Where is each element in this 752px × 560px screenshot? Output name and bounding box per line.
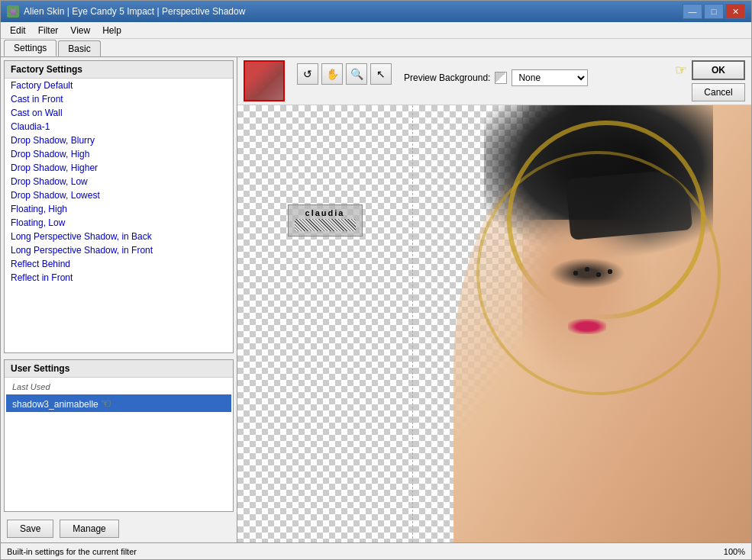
arrow-tool-button[interactable]: ↖ <box>370 63 392 85</box>
tab-bar: Settings Basic <box>1 39 751 57</box>
title-bar: 👾 Alien Skin | Eye Candy 5 Impact | Pers… <box>1 1 751 22</box>
list-item-floating-low[interactable]: Floating, Low <box>5 216 233 230</box>
status-bar: Built-in settings for the current filter… <box>1 542 751 559</box>
hat-layer <box>566 169 692 240</box>
factory-settings-panel: Factory Settings Factory Default Cast in… <box>4 60 234 353</box>
preview-bg-container: Preview Background: None White Black Cus… <box>398 69 588 86</box>
watermark-text: claudia <box>295 208 356 217</box>
manage-button[interactable]: Manage <box>60 520 118 538</box>
cancel-button[interactable]: Cancel <box>692 83 745 101</box>
ok-arrow-icon: ☞ <box>675 62 687 79</box>
main-window: 👾 Alien Skin | Eye Candy 5 Impact | Pers… <box>0 0 752 560</box>
panel-buttons: Save Manage <box>1 515 237 542</box>
watermark-pattern <box>295 219 356 231</box>
rotate-tool-button[interactable]: ↺ <box>297 63 318 85</box>
canvas-left: claudia <box>237 105 413 542</box>
arrow-cursor-icon: ☞ <box>101 396 111 410</box>
list-item-factory-default[interactable]: Factory Default <box>5 79 233 92</box>
menu-help[interactable]: Help <box>96 24 127 37</box>
thumbnail-image <box>245 62 283 100</box>
title-controls: — □ ✕ <box>683 4 745 19</box>
top-toolbar: ↺ ✋ 🔍 ↖ Preview Background: None White B… <box>237 57 751 105</box>
preview-bg-label: Preview Background: <box>404 72 490 83</box>
list-item-floating-high[interactable]: Floating, High <box>5 202 233 216</box>
user-settings-title: User Settings <box>5 360 233 378</box>
watermark-overlay: claudia <box>288 204 363 237</box>
maximize-button[interactable]: □ <box>704 4 724 19</box>
list-item-long-front[interactable]: Long Perspective Shadow, in Front <box>5 243 233 257</box>
list-item-reflect-front[interactable]: Reflect in Front <box>5 271 233 285</box>
canvas-right <box>413 105 751 542</box>
ok-cancel-area: OK ☞ Cancel <box>692 60 745 101</box>
right-panel: ↺ ✋ 🔍 ↖ Preview Background: None White B… <box>237 57 751 542</box>
window-title: Alien Skin | Eye Candy 5 Impact | Perspe… <box>24 6 245 17</box>
factory-settings-title: Factory Settings <box>5 61 233 79</box>
user-item-shadow3[interactable]: shadow3_animabelle ☞ <box>6 394 231 412</box>
factory-settings-list[interactable]: Factory Default Cast in Front Cast on Wa… <box>5 79 233 352</box>
face-layer <box>522 220 660 372</box>
list-item-drop-higher[interactable]: Drop Shadow, Higher <box>5 161 233 175</box>
app-icon: 👾 <box>7 5 19 18</box>
toolbar-tools: ↺ ✋ 🔍 ↖ <box>297 63 392 85</box>
list-item-drop-lowest[interactable]: Drop Shadow, Lowest <box>5 188 233 202</box>
thumbnail-preview <box>244 60 285 101</box>
last-used-label: Last Used <box>6 379 231 394</box>
list-item-reflect-behind[interactable]: Reflect Behind <box>5 257 233 271</box>
list-item-drop-low[interactable]: Drop Shadow, Low <box>5 175 233 188</box>
toolbar-row: ↺ ✋ 🔍 ↖ <box>297 63 392 85</box>
menu-filter[interactable]: Filter <box>32 24 65 37</box>
minimize-button[interactable]: — <box>683 4 702 19</box>
menu-view[interactable]: View <box>64 24 96 37</box>
tab-basic[interactable]: Basic <box>58 40 100 56</box>
list-item-long-back[interactable]: Long Perspective Shadow, in Back <box>5 230 233 243</box>
user-settings-list[interactable]: Last Used shadow3_animabelle ☞ <box>5 378 233 511</box>
pan-tool-button[interactable]: ✋ <box>321 63 343 85</box>
preview-canvas: claudia <box>237 105 751 542</box>
menu-edit[interactable]: Edit <box>4 24 32 37</box>
tab-settings[interactable]: Settings <box>4 40 56 56</box>
status-text: Built-in settings for the current filter <box>7 547 137 556</box>
ok-button[interactable]: OK <box>692 60 745 80</box>
user-settings-panel: User Settings Last Used shadow3_animabel… <box>4 359 234 512</box>
zoom-level: 100% <box>724 547 745 556</box>
bg-color-swatch <box>495 72 507 84</box>
user-item-label: shadow3_animabelle <box>12 399 98 410</box>
menu-bar: Edit Filter View Help <box>1 22 751 39</box>
title-bar-left: 👾 Alien Skin | Eye Candy 5 Impact | Pers… <box>7 5 245 18</box>
preview-bg-select[interactable]: None White Black Custom... <box>512 69 588 86</box>
ok-btn-container: OK ☞ <box>692 60 745 80</box>
list-item-drop-high[interactable]: Drop Shadow, High <box>5 147 233 161</box>
eye-dots <box>568 266 629 288</box>
close-button[interactable]: ✕ <box>725 4 745 19</box>
save-button[interactable]: Save <box>7 520 53 538</box>
zoom-tool-button[interactable]: 🔍 <box>346 63 367 85</box>
left-panel: Factory Settings Factory Default Cast in… <box>1 57 237 542</box>
lips-layer <box>568 319 606 334</box>
main-content: Factory Settings Factory Default Cast in… <box>1 57 751 542</box>
list-item-drop-blurry[interactable]: Drop Shadow, Blurry <box>5 134 233 147</box>
list-item-cast-wall[interactable]: Cast on Wall <box>5 106 233 120</box>
list-item-cast-front[interactable]: Cast in Front <box>5 92 233 106</box>
model-photo <box>413 105 751 542</box>
list-item-claudia[interactable]: Claudia-1 <box>5 120 233 134</box>
